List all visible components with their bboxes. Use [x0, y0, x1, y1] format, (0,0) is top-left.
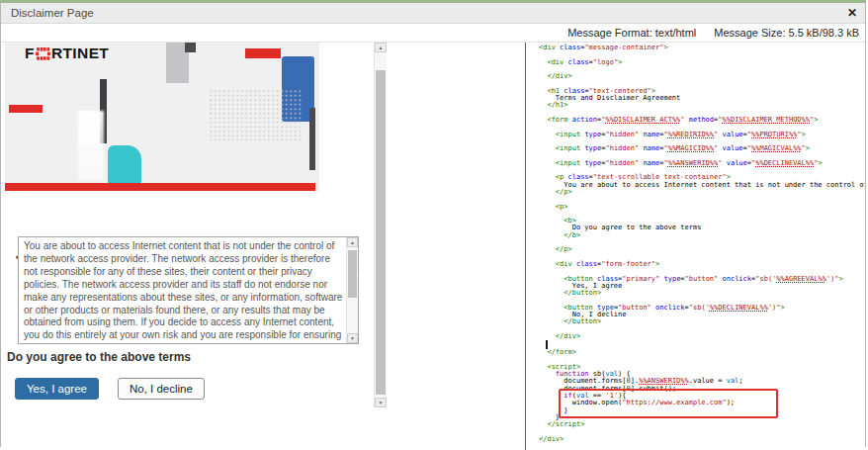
- disclaimer-line: not responsible for any of these sites, …: [24, 266, 345, 279]
- banner-shape-teal-block: [108, 145, 141, 185]
- code-content[interactable]: <div class="message-container"> <div cla…: [526, 43, 865, 443]
- agree-button[interactable]: Yes, I agree: [15, 378, 99, 400]
- message-size-label: Message Size:: [714, 27, 785, 39]
- code-line: [539, 239, 865, 246]
- fortinet-logo-o-icon: [36, 47, 50, 60]
- disclaimer-line: make any representations about these sit…: [24, 292, 345, 305]
- fortinet-logo: F RTINET: [25, 45, 109, 62]
- code-line: <input type="hidden" name="%%MAGICID%%" …: [539, 145, 865, 152]
- code-line: </button>: [539, 318, 865, 325]
- agree-question-text: Do you agree to the above terms: [7, 350, 191, 364]
- code-line: You are about to access Internet content…: [539, 182, 865, 189]
- scroll-down-icon[interactable]: ▼: [375, 398, 387, 407]
- textbox-scrollbar-thumb[interactable]: [348, 250, 357, 298]
- disclaimer-textbox[interactable]: You are about to access Internet content…: [18, 236, 359, 344]
- code-line: </form>: [539, 349, 865, 356]
- preview-button-row: Yes, I agree No, I decline: [15, 378, 205, 400]
- code-line: <form action="%%DISCLAIMER_ACT%%" method…: [539, 117, 865, 124]
- scroll-down-icon[interactable]: ▼: [347, 333, 358, 343]
- window-title: Disclaimer Page: [11, 7, 94, 19]
- code-line: </button>: [539, 290, 865, 297]
- banner-shape-red-bar-top: [245, 48, 281, 58]
- disclaimer-text: You are about to access Internet content…: [24, 240, 345, 341]
- preview-scrollbar-thumb[interactable]: [376, 70, 386, 395]
- code-line: [539, 356, 865, 363]
- banner-shape-dark-square: [185, 43, 196, 52]
- html-code-editor[interactable]: <div class="message-container"> <div cla…: [526, 43, 865, 450]
- disclaimer-line: obtained from using them. If you decide …: [24, 316, 345, 329]
- message-format-value: text/html: [655, 27, 697, 39]
- logo-text-f: F: [25, 45, 35, 62]
- scroll-up-icon[interactable]: ▲: [347, 237, 358, 247]
- banner-shape-white-bar: [78, 111, 104, 180]
- close-icon[interactable]: ✕: [847, 7, 857, 19]
- code-line: <input type="hidden" name="%%REDIRID%%" …: [539, 132, 865, 138]
- code-line: Do you agree to the above terms: [539, 225, 865, 231]
- code-line: </div>: [539, 73, 865, 80]
- disclaimer-page-modal: Disclaimer Page ✕ Message Format:text/ht…: [0, 0, 866, 447]
- code-line: [539, 196, 865, 203]
- code-line: </p>: [539, 246, 865, 253]
- decline-button[interactable]: No, I decline: [118, 378, 205, 400]
- scroll-up-icon[interactable]: ▲: [375, 43, 387, 52]
- message-meta-row: Message Format:text/html Message Size:5.…: [1, 24, 865, 43]
- code-line: </b>: [539, 232, 865, 239]
- code-line: <div class="logo">: [539, 59, 865, 66]
- code-line: </script>: [539, 421, 865, 428]
- code-line: <p>: [539, 204, 865, 211]
- code-line: [539, 340, 865, 349]
- banner-shape-dot-grid: [209, 89, 302, 140]
- banner-shape-red-bar-bottom: [5, 183, 315, 191]
- code-line: </h1>: [539, 102, 865, 109]
- code-line: </div>: [539, 436, 865, 443]
- preview-scrollbar[interactable]: ▲ ▼: [374, 43, 387, 407]
- code-line: [539, 66, 865, 73]
- code-line: <div class="form-footer">: [539, 261, 865, 268]
- disclaimer-line: policies. The network access provider an…: [24, 279, 345, 292]
- logo-text-rest: RTINET: [51, 45, 109, 62]
- banner-shape-dark-bar-right: [309, 108, 315, 170]
- preview-pane: F RTINET: [1, 43, 525, 450]
- preview-viewport: F RTINET: [1, 43, 374, 450]
- banner-shape-red-bar-left: [9, 105, 43, 113]
- textbox-scrollbar[interactable]: ▲ ▼: [346, 237, 358, 343]
- code-line: [539, 211, 865, 218]
- disclaimer-line: you do this entirely at your own risk an…: [24, 329, 345, 341]
- code-line: }: [539, 414, 865, 421]
- modal-content: F RTINET: [1, 43, 865, 450]
- code-line: </div>: [539, 333, 865, 340]
- code-line: <div class="message-container">: [539, 45, 865, 51]
- disclaimer-line: the network access provider. The network…: [24, 253, 345, 266]
- fortinet-banner-graphic: F RTINET: [5, 43, 319, 191]
- message-size: Message Size:5.5 kB/98.3 kB: [714, 27, 859, 39]
- titlebar: Disclaimer Page ✕: [1, 3, 865, 24]
- code-line: Terms and Disclaimer Agreement: [539, 95, 865, 102]
- message-format: Message Format:text/html: [567, 27, 696, 39]
- code-line: [539, 428, 865, 435]
- code-line: }: [539, 407, 865, 414]
- disclaimer-line: You are about to access Internet content…: [24, 240, 345, 253]
- code-line: </p>: [539, 189, 865, 196]
- code-line: <input type="hidden" name="%%ANSWERID%%"…: [539, 160, 865, 167]
- code-line: window.open("https://www.example.com");: [539, 400, 865, 406]
- disclaimer-line: or other products or materials found the…: [24, 305, 345, 317]
- code-line: [539, 326, 865, 333]
- message-size-value: 5.5 kB/98.3 kB: [788, 27, 859, 39]
- message-format-label: Message Format:: [567, 27, 652, 39]
